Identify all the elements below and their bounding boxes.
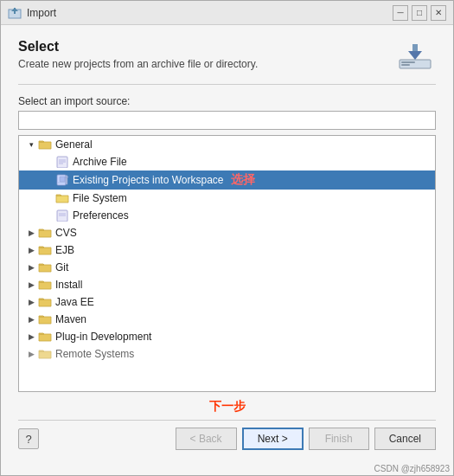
tree-item-git[interactable]: ▶ Git <box>19 259 435 276</box>
svg-marker-5 <box>408 51 422 60</box>
source-field-label: Select an import source: <box>18 95 436 107</box>
existing-projects-annotation: 选择 <box>231 172 255 188</box>
tree-item-ejb[interactable]: ▶ EJB <box>19 241 435 259</box>
svg-rect-13 <box>60 177 65 182</box>
header-separator <box>18 84 436 85</box>
file-icon-preferences <box>55 209 69 222</box>
dialog-subtitle: Create new projects from an archive file… <box>18 58 258 70</box>
help-button[interactable]: ? <box>18 428 39 449</box>
window-title: Import <box>27 7 56 19</box>
file-system-label: File System <box>73 192 127 204</box>
source-tree[interactable]: ▾ General ▶ Archive File <box>18 135 436 392</box>
maximize-button[interactable]: □ <box>412 5 427 21</box>
back-button[interactable]: < Back <box>176 428 237 450</box>
folder-icon-java-ee <box>38 296 52 308</box>
expand-arrow-maven[interactable]: ▶ <box>26 314 36 325</box>
remote-systems-label: Remote Systems <box>55 348 134 360</box>
header-icon <box>394 39 436 74</box>
next-button[interactable]: Next > <box>242 428 304 450</box>
folder-icon-git <box>38 261 52 273</box>
expand-arrow-install[interactable]: ▶ <box>26 280 36 290</box>
tree-item-plugin-dev[interactable]: ▶ Plug-in Development <box>19 328 435 345</box>
source-search-input[interactable] <box>18 111 436 130</box>
install-label: Install <box>55 279 82 291</box>
plugin-dev-label: Plug-in Development <box>55 331 151 343</box>
tree-item-java-ee[interactable]: ▶ Java EE <box>19 293 435 311</box>
svg-rect-17 <box>57 210 67 222</box>
tree-item-install[interactable]: ▶ Install <box>19 276 435 293</box>
folder-icon-ejb <box>38 244 52 256</box>
maven-label: Maven <box>55 313 86 325</box>
header-section: Select Create new projects from an archi… <box>18 39 436 74</box>
general-label: General <box>55 138 93 151</box>
bottom-area: 下一步 ? < Back Next > Finish Cancel <box>18 392 436 453</box>
tree-item-preferences[interactable]: ▶ Preferences <box>19 207 435 224</box>
minimize-button[interactable]: ─ <box>393 5 408 21</box>
git-label: Git <box>55 261 68 273</box>
tree-item-archive-file[interactable]: ▶ Archive File <box>19 153 435 170</box>
close-button[interactable]: ✕ <box>431 5 446 21</box>
preferences-label: Preferences <box>73 209 129 222</box>
svg-rect-15 <box>66 177 67 184</box>
title-bar-controls: ─ □ ✕ <box>393 5 446 21</box>
expand-arrow-ejb[interactable]: ▶ <box>26 245 36 255</box>
expand-arrow-general[interactable]: ▾ <box>26 139 36 150</box>
java-ee-label: Java EE <box>55 296 94 308</box>
tree-item-maven[interactable]: ▶ Maven <box>19 311 435 328</box>
import-dialog: Import ─ □ ✕ Select Create new projects … <box>0 0 454 476</box>
archive-file-label: Archive File <box>73 156 127 168</box>
folder-icon-install <box>38 279 52 291</box>
header-text: Select Create new projects from an archi… <box>18 39 258 70</box>
svg-rect-7 <box>401 64 410 66</box>
tree-item-remote-systems[interactable]: ▶ Remote Systems <box>19 345 435 363</box>
existing-projects-label: Existing Projects into Workspace <box>73 174 224 186</box>
folder-icon-plugin-dev <box>38 331 52 343</box>
step-annotation: 下一步 <box>18 399 436 415</box>
expand-arrow-plugin-dev[interactable]: ▶ <box>26 331 36 342</box>
file-icon-archive <box>55 156 69 168</box>
folder-icon-filesystem <box>55 192 69 204</box>
dialog-content: Select Create new projects from an archi… <box>1 25 453 462</box>
svg-rect-8 <box>57 157 67 168</box>
dialog-title: Select <box>18 39 258 55</box>
tree-item-existing-projects[interactable]: ▶ Existing Projects into Workspace 选择 <box>19 170 435 190</box>
expand-arrow-cvs[interactable]: ▶ <box>26 228 36 238</box>
folder-icon-remote <box>38 348 52 360</box>
finish-button[interactable]: Finish <box>309 428 369 450</box>
import-graphic-icon <box>398 41 432 72</box>
title-bar-left: Import <box>8 6 56 20</box>
tree-item-cvs[interactable]: ▶ CVS <box>19 224 435 241</box>
watermark: CSDN @zjh658923 <box>1 462 453 475</box>
tree-item-file-system[interactable]: ▶ File System <box>19 190 435 207</box>
title-bar: Import ─ □ ✕ <box>1 1 453 25</box>
right-buttons: < Back Next > Finish Cancel <box>176 428 436 450</box>
svg-rect-6 <box>401 61 415 63</box>
tree-item-general[interactable]: ▾ General <box>19 136 435 153</box>
expand-arrow-java-ee[interactable]: ▶ <box>26 297 36 307</box>
folder-icon-general <box>38 138 52 151</box>
file-icon-existing-projects <box>55 174 69 186</box>
folder-icon-maven <box>38 313 52 325</box>
cvs-label: CVS <box>55 227 77 239</box>
window-icon <box>8 6 22 20</box>
button-row: ? < Back Next > Finish Cancel <box>18 420 436 453</box>
expand-arrow-git[interactable]: ▶ <box>26 262 36 273</box>
ejb-label: EJB <box>55 244 74 256</box>
folder-icon-cvs <box>38 227 52 239</box>
expand-arrow-remote[interactable]: ▶ <box>26 349 36 359</box>
cancel-button[interactable]: Cancel <box>374 428 436 450</box>
